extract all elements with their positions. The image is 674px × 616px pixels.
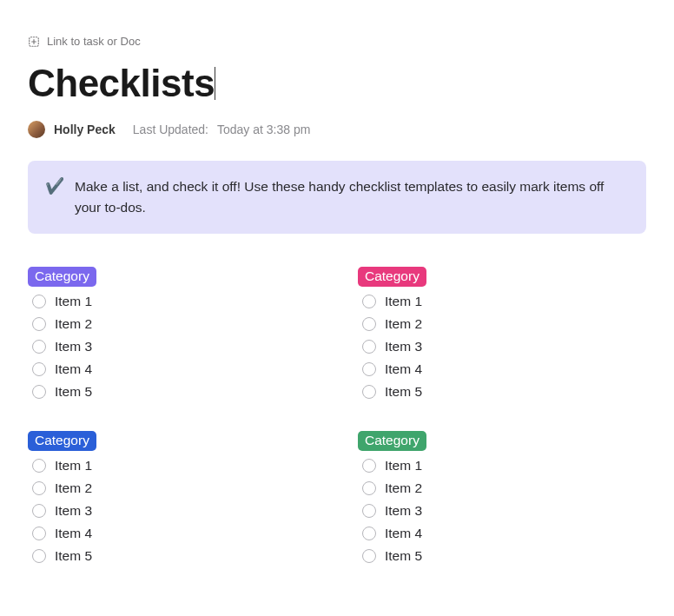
list-item: Item 3	[362, 503, 646, 519]
link-task-doc-label: Link to task or Doc	[47, 35, 141, 48]
last-updated-time: Today at 3:38 pm	[217, 123, 310, 136]
text-cursor	[215, 67, 215, 100]
item-label[interactable]: Item 5	[55, 548, 92, 564]
list-item: Item 1	[362, 294, 646, 309]
radio-unchecked[interactable]	[32, 295, 46, 308]
items-list: Item 1 Item 2 Item 3 Item 4 Item 5	[28, 458, 316, 564]
list-item: Item 5	[32, 548, 316, 564]
info-callout: ✔️ Make a list, and check it off! Use th…	[28, 161, 646, 234]
list-item: Item 5	[362, 384, 646, 400]
category-block: Category Item 1 Item 2 Item 3 Item 4 Ite…	[28, 267, 316, 400]
radio-unchecked[interactable]	[362, 295, 376, 308]
list-item: Item 2	[362, 316, 646, 332]
radio-unchecked[interactable]	[362, 549, 376, 563]
page-title-text: Checklists	[28, 62, 215, 104]
item-label[interactable]: Item 3	[55, 503, 92, 519]
radio-unchecked[interactable]	[362, 340, 376, 354]
radio-unchecked[interactable]	[362, 362, 376, 376]
list-item: Item 4	[32, 526, 316, 541]
list-item: Item 2	[32, 316, 316, 332]
item-label[interactable]: Item 1	[55, 294, 92, 309]
items-list: Item 1 Item 2 Item 3 Item 4 Item 5	[28, 294, 316, 400]
radio-unchecked[interactable]	[32, 549, 46, 563]
category-label[interactable]: Category	[358, 431, 426, 451]
category-block: Category Item 1 Item 2 Item 3 Item 4 Ite…	[28, 431, 316, 564]
checkmark-icon: ✔️	[45, 176, 64, 196]
item-label[interactable]: Item 2	[55, 480, 92, 496]
list-item: Item 4	[362, 361, 646, 377]
radio-unchecked[interactable]	[362, 504, 376, 518]
link-add-icon	[28, 36, 40, 48]
radio-unchecked[interactable]	[32, 459, 46, 473]
category-block: Category Item 1 Item 2 Item 3 Item 4 Ite…	[358, 431, 646, 564]
radio-unchecked[interactable]	[32, 317, 46, 331]
item-label[interactable]: Item 3	[55, 339, 92, 354]
list-item: Item 2	[32, 480, 316, 496]
list-item: Item 5	[362, 548, 646, 564]
item-label[interactable]: Item 1	[385, 294, 422, 309]
radio-unchecked[interactable]	[32, 527, 46, 540]
list-item: Item 2	[362, 480, 646, 496]
item-label[interactable]: Item 3	[385, 339, 422, 354]
radio-unchecked[interactable]	[32, 362, 46, 376]
radio-unchecked[interactable]	[32, 340, 46, 354]
items-list: Item 1 Item 2 Item 3 Item 4 Item 5	[358, 294, 646, 400]
item-label[interactable]: Item 4	[55, 526, 92, 541]
item-label[interactable]: Item 4	[385, 526, 422, 541]
list-item: Item 4	[362, 526, 646, 541]
list-item: Item 1	[362, 458, 646, 474]
radio-unchecked[interactable]	[362, 385, 376, 399]
item-label[interactable]: Item 5	[385, 548, 422, 564]
radio-unchecked[interactable]	[362, 317, 376, 331]
list-item: Item 3	[362, 339, 646, 354]
items-list: Item 1 Item 2 Item 3 Item 4 Item 5	[358, 458, 646, 564]
category-label[interactable]: Category	[28, 431, 96, 451]
meta-row: Holly Peck Last Updated: Today at 3:38 p…	[28, 121, 646, 138]
radio-unchecked[interactable]	[32, 385, 46, 399]
category-label[interactable]: Category	[28, 267, 96, 287]
avatar[interactable]	[28, 121, 45, 138]
item-label[interactable]: Item 3	[385, 503, 422, 519]
category-label[interactable]: Category	[358, 267, 426, 287]
link-task-doc[interactable]: Link to task or Doc	[28, 35, 646, 48]
item-label[interactable]: Item 2	[385, 316, 422, 332]
item-label[interactable]: Item 1	[55, 458, 92, 474]
checklist-grid: Category Item 1 Item 2 Item 3 Item 4 Ite…	[28, 267, 646, 564]
list-item: Item 5	[32, 384, 316, 400]
item-label[interactable]: Item 4	[55, 361, 92, 377]
item-label[interactable]: Item 4	[385, 361, 422, 377]
callout-text: Make a list, and check it off! Use these…	[75, 176, 629, 218]
radio-unchecked[interactable]	[362, 459, 376, 473]
page-title[interactable]: Checklists	[28, 62, 215, 105]
radio-unchecked[interactable]	[32, 481, 46, 495]
category-block: Category Item 1 Item 2 Item 3 Item 4 Ite…	[358, 267, 646, 400]
list-item: Item 3	[32, 339, 316, 354]
list-item: Item 1	[32, 458, 316, 474]
list-item: Item 4	[32, 361, 316, 377]
list-item: Item 1	[32, 294, 316, 309]
author-name[interactable]: Holly Peck	[54, 123, 116, 136]
item-label[interactable]: Item 5	[55, 384, 92, 400]
item-label[interactable]: Item 2	[55, 316, 92, 332]
item-label[interactable]: Item 1	[385, 458, 422, 474]
last-updated-label: Last Updated:	[133, 123, 208, 136]
item-label[interactable]: Item 2	[385, 480, 422, 496]
radio-unchecked[interactable]	[362, 527, 376, 540]
radio-unchecked[interactable]	[362, 481, 376, 495]
radio-unchecked[interactable]	[32, 504, 46, 518]
list-item: Item 3	[32, 503, 316, 519]
item-label[interactable]: Item 5	[385, 384, 422, 400]
